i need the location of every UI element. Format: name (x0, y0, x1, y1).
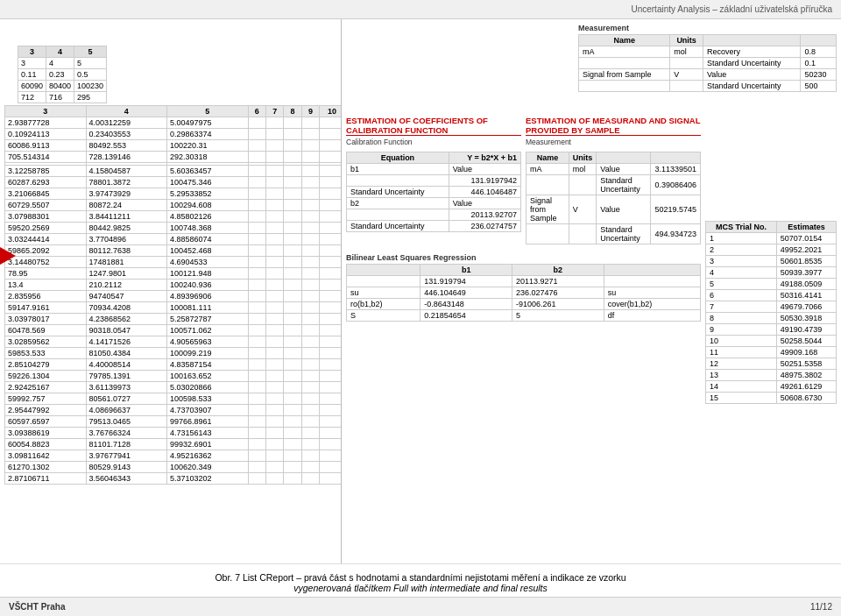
table-row: 13.4210.2112100240.936 (5, 280, 343, 291)
table-row: 3.028595624.141715264.90565963 (5, 336, 343, 348)
left-panel: 3 4 5 345 0.110.230.5 6009080400100230 7… (0, 19, 342, 563)
table-row: 345 (18, 58, 107, 69)
top-data-table: 3 4 5 345 0.110.230.5 6009080400100230 7… (18, 46, 107, 103)
mcs-trial-header: MCS Trial No. (706, 222, 777, 233)
measurand-header-block: ESTIMATION OF MEASURAND AND SIGNAL PROVI… (526, 116, 701, 149)
caption-line1: Obr. 7 List CReport – pravá část s hodno… (215, 572, 625, 583)
measurand-estimation-title: ESTIMATION OF MEASURAND AND SIGNAL PROVI… (526, 116, 701, 136)
red-arrow-indicator (0, 247, 16, 265)
table-row: 20113.92707 (347, 209, 521, 221)
table-row: 3.093886193.767663244.73156143 (5, 428, 343, 439)
calib-coeff-table: Equation Y = b2*X + b1 b1 Value 1 (346, 152, 521, 232)
caption-line2: vygenerovaná tlačítkem Full with interme… (293, 583, 547, 593)
table-row: 150707.0154 (706, 233, 837, 244)
table-row: Standard Uncertainty500 (579, 81, 837, 92)
table-row: Standard Uncertainty 446.1046487 (347, 187, 521, 198)
calib-header-block: ESTIMATION OF COEFFICIENTS OF CALIBRATIO… (346, 116, 521, 149)
main-spreadsheet: 3 4 5 6 7 8 9 10 2.938777284.003122595.0… (4, 105, 342, 485)
table-row: su 446.104649 236.027476 su (347, 287, 701, 299)
table-row: 60086.911380492.553100220.31 (5, 140, 343, 152)
footer-right-text: 11/12 (810, 602, 832, 612)
caption-area: Obr. 7 List CReport – pravá část s hodno… (0, 563, 841, 597)
measurement-table: Name Units mAmolRecovery0.8 Standard Unc… (578, 34, 837, 92)
measurand-block: Name Units mAmolValue3.11339501 (526, 152, 701, 244)
col-header-5: 5 (74, 46, 107, 58)
table-row: 60054.882381101.712899932.6901 (5, 439, 343, 450)
calib-estimation-title: ESTIMATION OF COEFFICIENTS OF CALIBRATIO… (346, 116, 521, 136)
table-row: 749679.7066 (706, 301, 837, 313)
measurement-title: Measurement (578, 24, 837, 32)
table-row: 131.919794 20113.9271 (347, 276, 701, 287)
table-row: 1149909.168 (706, 347, 837, 358)
bilinear-title: Bilinear Least Squares Regression (346, 253, 701, 262)
table-row: 60478.56990318.0547100571.062 (5, 325, 343, 336)
table-row: 0.110.230.5 (18, 69, 107, 81)
measurement-section: Measurement Name Units mAmolRecovery0.8 (578, 24, 837, 92)
table-row: 3.098116423.976779414.95216362 (5, 450, 343, 462)
table-row: Standard Uncertainty494.934723 (527, 224, 701, 244)
table-row: 131.9197942 (347, 175, 521, 187)
table-row: 712716295 (18, 92, 107, 103)
mcs-estimates-header: Estimates (776, 222, 836, 233)
estimation-area: ESTIMATION OF COEFFICIENTS OF CALIBRATIO… (346, 116, 701, 322)
bilinear-table: b1 b2 131.919794 20113.9271 (346, 264, 701, 322)
table-row: 2.924251673.611399735.03020866 (5, 382, 343, 393)
table-row: S 0.21854654 5 df (347, 310, 701, 322)
table-row: 850530.3918 (706, 313, 837, 324)
table-row: 2.871067113.560463435.37103202 (5, 473, 343, 485)
table-row: Standard Uncertainty 236.0274757 (347, 221, 521, 232)
table-row: 3.122587854.158045875.60363457 (5, 166, 343, 177)
table-row: 650316.4141 (706, 290, 837, 301)
table-row: 949190.4739 (706, 324, 837, 336)
table-row: 2.954479924.086966374.73703907 (5, 405, 343, 416)
table-row: 350601.8535 (706, 256, 837, 267)
table-row: 3.210668453.974739295.29533852 (5, 188, 343, 200)
table-row: 59520.256980442.9825100748.368 (5, 223, 343, 234)
table-row: 59853.53381050.4384100099.219 (5, 348, 343, 359)
table-row: 249952.2021 (706, 244, 837, 256)
table-row: 3.032444143.77048964.88586074 (5, 234, 343, 245)
bilinear-section: Bilinear Least Squares Regression b1 b2 (346, 253, 701, 322)
table-row: 1250251.5358 (706, 358, 837, 370)
table-row: 2.835956947405474.89396906 (5, 291, 343, 302)
table-row: b2 Value (347, 198, 521, 209)
table-row: Standard Uncertainty0.1 (579, 58, 837, 69)
header-bar: Uncertainty Analysis – základní uživatel… (0, 0, 841, 19)
table-row: 1550608.6730 (706, 393, 837, 404)
table-row: Signal from SampleVValue50219.5745 (527, 195, 701, 224)
table-row: 2.938777284.003122595.00497975 (5, 117, 343, 129)
calib-sub-title: Calibration Function (346, 138, 521, 146)
measurand-table: Name Units mAmolValue3.11339501 (526, 152, 701, 244)
table-row: mAmolValue3.11339501 (527, 164, 701, 175)
table-row: 3.039780174.238685625.25872787 (5, 314, 343, 325)
mcs-table: MCS Trial No. Estimates 150707.0154 2499… (705, 221, 837, 404)
table-row: 450939.3977 (706, 267, 837, 279)
table-row: Standard Uncertainty0.39086406 (527, 175, 701, 195)
table-row: 78.951247.9801100121.948 (5, 268, 343, 280)
header-title: Uncertainty Analysis – základní uživatel… (631, 4, 832, 14)
bottom-bar: VŠCHT Praha 11/12 (0, 597, 841, 616)
table-row: ro(b1,b2) -0.8643148 -91006.261 cover(b1… (347, 299, 701, 310)
table-row: 6009080400100230 (18, 81, 107, 92)
footer-left-text: VŠCHT Praha (9, 602, 65, 612)
table-row: 60287.629378801.3872100475.346 (5, 177, 343, 188)
col-header-3: 3 (18, 46, 46, 58)
table-row: 3.14480752174818814.6904533 (5, 257, 343, 268)
table-row: 1348975.3802 (706, 370, 837, 381)
table-row: Signal from SampleVValue50230 (579, 69, 837, 81)
calib-coeff-block: Equation Y = b2*X + b1 b1 Value 1 (346, 152, 521, 244)
table-row: 2.851042794.400085144.83587154 (5, 359, 343, 371)
table-row: 60729.550780872.24100294.608 (5, 200, 343, 211)
table-row: 705.514314728.139146292.30318 (5, 152, 343, 163)
table-row: 60597.659779513.046599766.8961 (5, 416, 343, 428)
col-header-4: 4 (46, 46, 74, 58)
right-panel: Measurement Name Units mAmolRecovery0.8 (342, 19, 841, 563)
table-row: 61270.130280529.9143100620.349 (5, 462, 343, 473)
measurand-sub-title: Measurement (526, 138, 701, 146)
table-row: b1 Value (347, 164, 521, 175)
table-row: mAmolRecovery0.8 (579, 46, 837, 58)
table-row: 3.079883013.844112114.85802126 (5, 211, 343, 223)
table-row: 59226.130479785.1391100163.652 (5, 371, 343, 382)
table-row: 1449261.6129 (706, 381, 837, 393)
table-row: 59992.75780561.0727100598.533 (5, 393, 343, 405)
